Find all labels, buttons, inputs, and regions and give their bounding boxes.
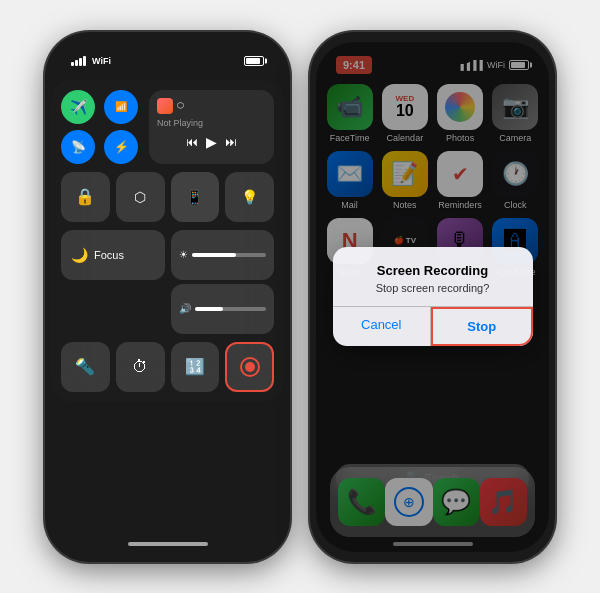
media-top: ⬡	[157, 98, 266, 114]
cc-toggle-grid: ✈️ 📶 📡 ⚡	[61, 90, 141, 164]
brightness-track	[192, 253, 267, 257]
alert-title: Screen Recording	[349, 263, 517, 278]
signal-bar-4	[83, 56, 86, 66]
stop-button[interactable]: Stop	[431, 307, 533, 346]
screen-mirror-btn[interactable]: ⬡	[116, 172, 165, 222]
wifi-toggle[interactable]: 📡	[61, 130, 95, 164]
focus-label: Focus	[94, 249, 124, 261]
volume-icon: 🔊	[179, 303, 191, 314]
volume-track	[195, 307, 267, 311]
signal-bar-2	[75, 60, 78, 66]
cc-row3: 🌙 Focus ☀ 🔊	[61, 230, 274, 334]
brightness-fill	[192, 253, 237, 257]
left-screen: WiFi ✈️ 📶 📡 ⚡ ⬡	[51, 42, 284, 552]
next-track-icon[interactable]: ⏭	[225, 135, 237, 149]
record-circle	[240, 357, 260, 377]
cc-row4: 🔦 ⏱ 🔢	[61, 342, 274, 392]
timer-btn[interactable]: ⏱	[116, 342, 165, 392]
airplane-toggle[interactable]: ✈️	[61, 90, 95, 124]
alert-message: Stop screen recording?	[349, 282, 517, 294]
battery-icon	[244, 56, 264, 66]
alert-content: Screen Recording Stop screen recording?	[333, 247, 533, 306]
battery-fill	[246, 58, 260, 64]
alert-buttons: Cancel Stop	[333, 306, 533, 346]
airplay-icon: ⬡	[177, 101, 184, 110]
bluetooth-toggle[interactable]: ⚡	[104, 130, 138, 164]
right-screen: 9:41 ▐▐▐▐ WiFi 📹 FaceTime WED 10	[316, 42, 549, 552]
not-playing-label: Not Playing	[157, 118, 266, 128]
media-app-icon	[157, 98, 173, 114]
sliders-container: ☀ 🔊	[171, 230, 275, 334]
dark-mode-btn[interactable]: 📱	[171, 172, 220, 222]
calculator-btn[interactable]: 🔢	[171, 342, 220, 392]
brightness-slider[interactable]: ☀	[171, 230, 275, 280]
flashlight-btn[interactable]: 🔦	[61, 342, 110, 392]
play-icon[interactable]: ▶	[206, 134, 217, 150]
volume-slider[interactable]: 🔊	[171, 284, 275, 334]
record-inner	[245, 362, 255, 372]
alert-dialog: Screen Recording Stop screen recording? …	[333, 247, 533, 346]
volume-fill	[195, 307, 224, 311]
signal-icons: WiFi	[71, 56, 111, 66]
focus-btn[interactable]: 🌙 Focus	[61, 230, 165, 280]
prev-track-icon[interactable]: ⏮	[186, 135, 198, 149]
brightness-btn[interactable]: 💡	[225, 172, 274, 222]
signal-bar-1	[71, 62, 74, 66]
control-center-grid: ✈️ 📶 📡 ⚡ ⬡ Not Playing ⏮ ▶	[51, 80, 284, 402]
home-indicator	[128, 542, 208, 546]
wifi-icon: WiFi	[92, 56, 111, 66]
signal-bar-3	[79, 58, 82, 66]
cellular-toggle[interactable]: 📶	[104, 90, 138, 124]
screen-lock-btn[interactable]: 🔒	[61, 172, 110, 222]
brightness-icon: ☀	[179, 249, 188, 260]
media-controls: ⏮ ▶ ⏭	[157, 132, 266, 152]
cc-media-player: ⬡ Not Playing ⏮ ▶ ⏭	[149, 90, 274, 164]
left-iphone: WiFi ✈️ 📶 📡 ⚡ ⬡	[45, 32, 290, 562]
moon-icon: 🌙	[71, 247, 88, 263]
dialog-overlay: Screen Recording Stop screen recording? …	[316, 42, 549, 552]
cancel-button[interactable]: Cancel	[333, 307, 432, 346]
screen-record-btn[interactable]	[225, 342, 274, 392]
cc-row2: 🔒 ⬡ 📱 💡	[61, 172, 274, 222]
notch	[123, 42, 213, 64]
cc-row1: ✈️ 📶 📡 ⚡ ⬡ Not Playing ⏮ ▶	[61, 90, 274, 164]
right-iphone: 9:41 ▐▐▐▐ WiFi 📹 FaceTime WED 10	[310, 32, 555, 562]
